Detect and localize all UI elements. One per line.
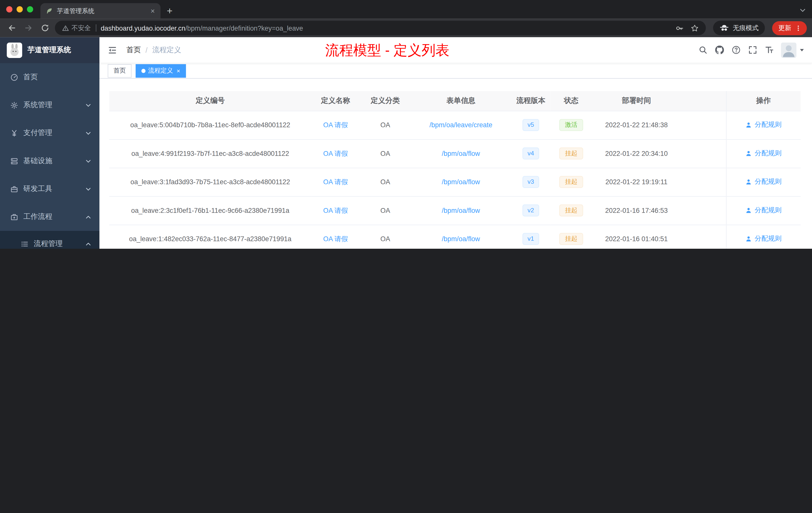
sidebar-item-home[interactable]: 首页	[0, 63, 99, 91]
tag-home[interactable]: 首页	[108, 64, 132, 78]
app-navbar: 首页 / 流程定义 流程模型 - 定义列表	[99, 37, 812, 63]
version-tag: v1	[522, 233, 539, 245]
workflow-icon	[10, 213, 18, 221]
tab-close-icon[interactable]: ×	[149, 7, 156, 15]
search-icon[interactable]	[698, 46, 707, 55]
reload-icon[interactable]	[38, 21, 52, 35]
assign-rule-label: 分配规则	[755, 120, 782, 129]
assign-rule-label: 分配规则	[755, 149, 782, 158]
form-link[interactable]: /bpm/oa/leave/create	[429, 121, 492, 129]
main-area: 首页 / 流程定义 流程模型 - 定义列表 首页流程定义× 定义编号定义名称定义…	[99, 37, 812, 249]
star-icon[interactable]	[691, 24, 698, 32]
cell-status: 挂起	[550, 139, 592, 168]
tags-bar: 首页流程定义×	[99, 63, 812, 79]
close-window-button[interactable]	[6, 6, 12, 12]
chevron-up-icon	[85, 241, 91, 247]
column-header-3: 表单信息	[411, 91, 511, 111]
sidebar-collapse-icon[interactable]	[99, 45, 122, 55]
cell-definition-id: oa_leave:1:482ec033-762a-11ec-8477-a2380…	[109, 224, 311, 249]
cell-filler	[681, 196, 726, 224]
breadcrumb-home[interactable]: 首页	[126, 45, 141, 55]
help-icon[interactable]	[732, 46, 741, 55]
font-size-icon[interactable]	[765, 46, 774, 55]
new-tab-button[interactable]: +	[167, 5, 173, 17]
navbar-icons	[698, 46, 774, 55]
sidebar-item-label: 工作流程	[23, 212, 53, 221]
process-icon	[21, 240, 29, 248]
cell-definition-name: OA 请假	[311, 224, 360, 249]
assign-rule-link[interactable]: 分配规则	[745, 177, 781, 186]
sidebar-item-process-manage[interactable]: 流程管理	[0, 231, 99, 249]
tag-label: 首页	[114, 66, 126, 75]
definition-name-link[interactable]: OA 请假	[323, 121, 348, 129]
cell-version: v3	[511, 168, 551, 196]
logo-title: 芋道管理系统	[27, 46, 71, 55]
sidebar-item-workflow[interactable]: 工作流程	[0, 203, 99, 231]
sidebar-item-infrastructure[interactable]: 基础设施	[0, 147, 99, 175]
assign-rule-label: 分配规则	[755, 177, 782, 186]
tab-favicon-icon	[46, 7, 53, 14]
assign-rule-link[interactable]: 分配规则	[745, 234, 781, 243]
assign-rule-link[interactable]: 分配规则	[745, 120, 781, 129]
definition-name-link[interactable]: OA 请假	[323, 178, 348, 185]
screen: 芋道管理系统 × + 不安全 dashboard.yudao.iocoder.c…	[0, 0, 812, 249]
zoom-window-button[interactable]	[27, 6, 33, 12]
cell-definition-name: OA 请假	[311, 168, 360, 196]
key-icon[interactable]	[676, 24, 684, 32]
column-header-1: 定义名称	[311, 91, 360, 111]
avatar-caret-down-icon[interactable]	[799, 47, 805, 53]
cell-category: OA	[360, 224, 410, 249]
url-bar[interactable]: 不安全 dashboard.yudao.iocoder.cn /bpm/mana…	[55, 21, 706, 35]
cell-definition-id: oa_leave:2:3c1f0ef1-76b1-11ec-9c66-a2380…	[109, 196, 311, 224]
table-row: oa_leave:2:3c1f0ef1-76b1-11ec-9c66-a2380…	[109, 196, 801, 224]
forward-icon[interactable]	[22, 21, 35, 35]
more-vert-icon[interactable]	[795, 25, 802, 31]
form-link[interactable]: /bpm/oa/flow	[442, 150, 480, 157]
user-avatar[interactable]	[781, 42, 796, 58]
cell-actions: 分配规则	[726, 168, 801, 196]
form-link[interactable]: /bpm/oa/flow	[442, 207, 480, 214]
form-link[interactable]: /bpm/oa/flow	[442, 178, 480, 186]
tag-process-definition[interactable]: 流程定义×	[136, 64, 186, 78]
incognito-badge: 无痕模式	[713, 21, 765, 35]
user-icon	[745, 150, 752, 157]
sidebar-logo[interactable]: 芋道管理系统	[0, 37, 99, 63]
back-icon[interactable]	[5, 21, 19, 35]
sidebar-item-dev-tools[interactable]: 研发工具	[0, 175, 99, 203]
sidebar-item-system[interactable]: 系统管理	[0, 91, 99, 119]
security-label: 不安全	[71, 24, 91, 32]
cell-deploy-time: 2022-01-16 01:40:51	[592, 224, 681, 249]
chrome-update-button[interactable]: 更新	[772, 21, 807, 35]
cell-deploy-time: 2022-01-22 20:34:10	[592, 139, 681, 168]
github-icon[interactable]	[715, 46, 724, 55]
column-header-8: 操作	[726, 91, 801, 111]
status-tag: 挂起	[559, 233, 583, 245]
assign-rule-link[interactable]: 分配规则	[745, 149, 781, 158]
chevron-down-icon	[85, 158, 91, 164]
tab-search-chevron-icon[interactable]	[800, 7, 806, 13]
form-link[interactable]: /bpm/oa/flow	[442, 235, 480, 243]
assign-rule-link[interactable]: 分配规则	[745, 206, 781, 215]
annotation-text: 流程模型 - 定义列表	[325, 41, 450, 59]
tag-close-icon[interactable]: ×	[175, 67, 180, 74]
definition-name-link[interactable]: OA 请假	[323, 235, 348, 242]
fullscreen-icon[interactable]	[748, 46, 757, 55]
cell-form-info: /bpm/oa/flow	[411, 196, 511, 224]
sidebar-item-label: 首页	[23, 72, 38, 82]
definition-name-link[interactable]: OA 请假	[323, 149, 348, 157]
cell-form-info: /bpm/oa/leave/create	[411, 111, 511, 139]
column-header-2: 定义分类	[360, 91, 410, 111]
cell-definition-name: OA 请假	[311, 196, 360, 224]
browser-tab[interactable]: 芋道管理系统 ×	[40, 3, 161, 19]
minimize-window-button[interactable]	[17, 6, 23, 12]
browser-titlebar: 芋道管理系统 × +	[0, 0, 812, 19]
definition-name-link[interactable]: OA 请假	[323, 206, 348, 214]
cell-filler	[681, 224, 726, 249]
assign-rule-label: 分配规则	[755, 206, 782, 215]
sidebar: 芋道管理系统 首页系统管理支付管理基础设施研发工具工作流程流程管理流程表单用户分…	[0, 37, 99, 249]
sidebar-item-payment[interactable]: 支付管理	[0, 119, 99, 147]
cell-category: OA	[360, 168, 410, 196]
cell-category: OA	[360, 139, 410, 168]
cell-category: OA	[360, 111, 410, 139]
security-indicator[interactable]: 不安全	[62, 24, 91, 32]
